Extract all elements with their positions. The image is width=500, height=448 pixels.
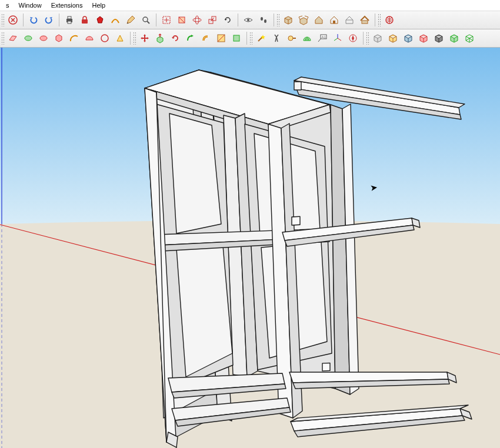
select-target-icon [161,15,172,25]
toolbar-grip[interactable] [366,32,369,45]
look-button[interactable] [241,13,255,27]
move-icon [139,33,150,44]
circle2-button[interactable] [98,31,112,45]
style3-button[interactable] [401,31,415,45]
cube-green-icon [449,33,459,44]
curl-green-icon [185,33,196,44]
viewport-3d[interactable]: ➤ [0,48,500,448]
print-button[interactable] [62,13,76,27]
svg-rect-3 [68,21,71,24]
curl-orange-icon [201,33,211,44]
lock-button[interactable] [78,13,92,27]
style5-button[interactable] [432,31,446,45]
undo-button[interactable] [26,13,41,27]
axes-icon [332,33,343,44]
svg-point-9 [195,16,199,24]
pushpull-button[interactable] [153,31,167,45]
wand-button[interactable] [254,31,268,45]
orbit-icon [192,15,202,25]
cube-icon [372,33,383,44]
model-wire-button[interactable] [342,13,356,27]
style2-button[interactable] [386,31,400,45]
axes-button[interactable] [331,31,345,45]
label-button[interactable]: A1 [315,31,329,45]
redo-button[interactable] [42,13,56,27]
wand-icon [256,33,266,44]
style4-button[interactable] [416,31,431,45]
triangle-icon [115,33,125,44]
toolbar-grip[interactable] [249,32,252,45]
cube-blue-icon [403,33,414,44]
follow-button[interactable] [184,31,198,45]
scale-button[interactable] [205,13,219,27]
pliers-button[interactable] [269,31,284,45]
tape-icon [286,33,297,44]
disk-red-icon [38,33,49,44]
rotate2-button[interactable] [168,31,182,45]
toolbar-grip[interactable] [276,14,279,26]
open-box-button[interactable] [296,13,311,27]
house-wire-icon [344,15,355,25]
toolbar-grip[interactable] [1,14,4,26]
rectangle-button[interactable] [6,31,20,45]
section-button[interactable] [175,13,189,27]
section-icon [176,15,187,25]
svg-point-12 [247,19,249,21]
rotate-button[interactable] [221,13,235,27]
protractor-icon [302,33,312,44]
compass-button[interactable] [346,31,360,45]
quad-button[interactable] [229,31,244,45]
print-icon [64,15,75,25]
toolbar-grip[interactable] [378,14,381,26]
close-button[interactable] [6,13,20,27]
orbit-button[interactable] [190,13,204,27]
svg-rect-4 [82,19,88,24]
style1-button[interactable] [371,31,385,45]
model-button[interactable] [312,13,326,27]
tri-button[interactable] [113,31,127,45]
pie-button[interactable] [82,31,96,45]
redo-icon [44,15,54,25]
svg-point-13 [261,17,263,21]
geo-button[interactable] [382,13,396,27]
svg-rect-34 [294,82,301,90]
house-roof-icon [359,15,370,25]
arc-button[interactable] [67,31,81,45]
menu-item-extensions[interactable]: Extensions [46,1,88,9]
pencil-icon [125,15,136,25]
circle-button[interactable] [21,31,35,45]
polygon-icon [54,33,64,44]
globe-icon [384,15,395,25]
menu-item-help[interactable]: Help [87,1,110,9]
svg-rect-11 [212,16,216,21]
pencil-button[interactable] [124,13,138,27]
model-roof-button[interactable] [358,13,372,27]
model-open-button[interactable] [327,13,341,27]
walk-button[interactable] [256,13,271,27]
style7-button[interactable] [462,31,476,45]
menu-item-window[interactable]: Window [14,1,46,9]
move-button[interactable] [138,31,152,45]
toolbar-grip[interactable] [1,32,4,45]
toolbar-grip[interactable] [133,32,136,45]
ruby-button[interactable] [93,13,107,27]
menu-item-truncated[interactable]: s [1,1,14,9]
arc-icon [69,33,79,44]
zoom-button[interactable] [139,13,153,27]
polygon-button[interactable] [52,31,66,45]
protractor-button[interactable] [300,31,314,45]
pliers-icon [271,33,282,44]
box-open-icon [298,15,309,25]
box-icon [283,15,294,25]
svg-rect-15 [333,21,335,24]
select-target-button[interactable] [159,13,174,27]
offset-button[interactable] [199,31,213,45]
svg-point-19 [40,36,47,41]
disk-green-icon [23,33,34,44]
tape-button[interactable] [285,31,299,45]
component-button[interactable] [281,13,295,27]
style6-button[interactable] [447,31,461,45]
scale2-button[interactable] [214,31,228,45]
curve-button[interactable] [108,13,122,27]
disk-button[interactable] [36,31,51,45]
